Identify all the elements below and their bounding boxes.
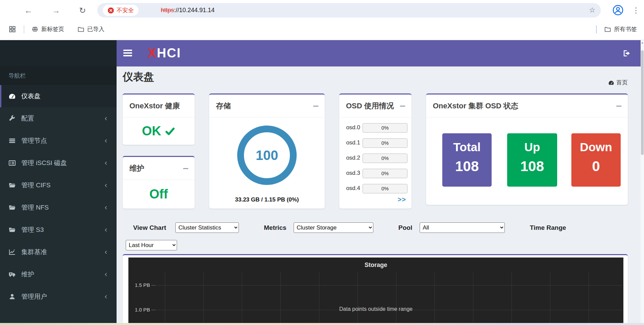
osd-down-value: 0	[571, 155, 621, 178]
app-header: XHCI	[117, 40, 641, 66]
osd-usage-bar: 0%	[363, 184, 407, 193]
folder-icon	[604, 26, 611, 33]
sidebar-item-iscsi[interactable]: 管理 iSCSI 磁盘 ‹	[0, 152, 117, 174]
storage-chart: Storage 1.5 PB 1.0 PB Data points outsid…	[128, 258, 623, 325]
sidebar-item-label: 管理用户	[21, 292, 47, 301]
breadcrumb[interactable]: 首页	[608, 79, 628, 86]
logout-icon[interactable]	[622, 49, 631, 58]
maintenance-status-value: Off	[149, 187, 168, 201]
sidebar-item-s3[interactable]: 管理 S3 ‹	[0, 219, 117, 241]
pool-label: Pool	[398, 224, 412, 232]
view-chart-select[interactable]: Cluster Statistics	[175, 222, 239, 233]
sidebar-toggle-icon[interactable]	[123, 48, 133, 58]
scrollbar-up-arrow[interactable]: ▲	[641, 41, 644, 44]
chart-empty-annotation: Data points outside time range	[128, 306, 623, 312]
page-title: 仪表盘	[123, 70, 154, 84]
folder-open-icon	[8, 226, 16, 234]
osd-usage-card: OSD 使用情况 – osd.0 0% osd.1 0% osd.2 0% os…	[339, 93, 412, 209]
chart-card: Storage 1.5 PB 1.0 PB Data points outsid…	[123, 254, 628, 325]
sidebar-item-label: 配置	[21, 114, 34, 123]
bookmark-imported[interactable]: 已导入	[77, 21, 104, 37]
osd-total-box: Total 108	[442, 133, 492, 187]
metrics-label: Metrics	[264, 224, 287, 232]
profile-icon[interactable]	[612, 4, 624, 16]
address-bar[interactable]: 不安全 https://10.244.91.14 ☆	[97, 3, 601, 18]
chevron-left-icon: ‹	[105, 226, 107, 234]
content-area: 仪表盘 首页 OneXstor 健康 OK 维护 – Off 存储 –	[117, 66, 641, 325]
osd-down-box: Down 0	[571, 133, 621, 187]
bookmark-new-tab[interactable]: 新标签页	[31, 21, 64, 37]
url-scheme: https	[161, 7, 174, 14]
chevron-left-icon: ‹	[105, 159, 107, 167]
metrics-select[interactable]: Cluster Storage	[294, 222, 373, 233]
osd-name: osd.1	[344, 139, 360, 146]
url-host: ://10.244.91.14	[174, 7, 215, 14]
chevron-left-icon: ‹	[105, 293, 107, 300]
osd-row: osd.3 0%	[339, 169, 412, 178]
sidebar-item-dashboard[interactable]: 仪表盘	[0, 85, 117, 107]
ambulance-icon	[8, 271, 16, 278]
scrollbar-thumb[interactable]	[641, 50, 644, 155]
user-icon	[8, 293, 16, 300]
health-card-title: OneXstor 健康	[123, 94, 195, 117]
osd-name: osd.2	[344, 155, 360, 161]
collapse-icon[interactable]: –	[313, 103, 319, 109]
url-text[interactable]: https://10.244.91.14	[161, 3, 215, 18]
osd-name: osd.3	[344, 170, 360, 177]
folder-open-icon	[8, 182, 16, 189]
time-range-select[interactable]: Last Hour	[126, 240, 177, 250]
storage-card-title: 存储	[209, 94, 325, 117]
storage-card: 存储 – 100 33.23 GB / 1.15 PB (0%)	[209, 93, 325, 209]
check-icon	[165, 126, 175, 137]
sidebar-item-cifs[interactable]: 管理 CIFS ‹	[0, 174, 117, 196]
collapse-icon[interactable]: –	[183, 165, 189, 171]
osd-name: osd.0	[344, 124, 360, 131]
storage-gauge-value: 100	[256, 148, 278, 163]
sidebar-item-benchmark[interactable]: 集群基准 ‹	[0, 241, 117, 263]
maintenance-card: 维护 – Off	[123, 156, 195, 209]
sidebar-item-maintenance[interactable]: 维护 ‹	[0, 263, 117, 286]
chevron-left-icon: ‹	[105, 137, 107, 144]
osd-status-card: OneXstor 集群 OSD 状态 – Total 108 Up 108 Do…	[426, 93, 628, 205]
chevron-left-icon: ‹	[105, 182, 107, 189]
osd-up-label: Up	[507, 139, 557, 155]
bookmark-label: 新标签页	[41, 25, 64, 33]
browser-toolbar: ← → ↻ 不安全 https://10.244.91.14 ☆ ⋮	[0, 0, 644, 21]
osd-status-card-title: OneXstor 集群 OSD 状态	[426, 94, 628, 117]
sidebar-item-label: 管理 NFS	[21, 203, 49, 212]
y-axis-tick: 1.5 PB	[130, 282, 150, 288]
sidebar-item-users[interactable]: 管理用户 ‹	[0, 286, 117, 308]
browser-menu-icon[interactable]: ⋮	[630, 5, 641, 16]
sidebar-item-label: 集群基准	[21, 248, 47, 256]
bookmarks-right-divider	[596, 25, 597, 33]
osd-total-label: Total	[442, 139, 492, 155]
list-icon	[8, 159, 16, 167]
tab-grid-icon[interactable]	[8, 25, 16, 33]
security-chip[interactable]: 不安全	[103, 5, 139, 16]
chevron-left-icon: ‹	[105, 271, 107, 278]
sidebar-item-config[interactable]: 配置 ‹	[0, 107, 117, 130]
sidebar-item-nfs[interactable]: 管理 NFS ‹	[0, 196, 117, 219]
osd-row: osd.2 0%	[339, 154, 412, 163]
globe-icon	[31, 26, 39, 33]
all-bookmarks[interactable]: 所有书签	[604, 21, 637, 37]
sidebar-item-label: 管理 CIFS	[21, 181, 51, 190]
back-icon[interactable]: ←	[23, 5, 34, 16]
forward-icon[interactable]: →	[51, 5, 61, 16]
page-scrollbar[interactable]: ▲	[641, 40, 644, 325]
osd-usage-bar: 0%	[363, 154, 407, 163]
wrench-icon	[8, 115, 16, 122]
osd-up-box: Up 108	[507, 133, 557, 187]
reload-icon[interactable]: ↻	[77, 5, 88, 16]
folder-open-icon	[8, 204, 16, 211]
osd-more-link[interactable]: >>	[398, 196, 406, 204]
bookmark-star-icon[interactable]: ☆	[589, 6, 595, 14]
sidebar-logo-strip	[0, 40, 117, 66]
sidebar-item-label: 仪表盘	[21, 92, 41, 101]
pool-select[interactable]: All	[420, 222, 505, 233]
collapse-icon[interactable]: –	[616, 103, 622, 109]
view-chart-label: View Chart	[133, 224, 166, 232]
app-logo[interactable]: XHCI	[148, 46, 181, 60]
bottom-edge-strip	[0, 323, 644, 325]
sidebar-item-nodes[interactable]: 管理节点 ‹	[0, 130, 117, 152]
